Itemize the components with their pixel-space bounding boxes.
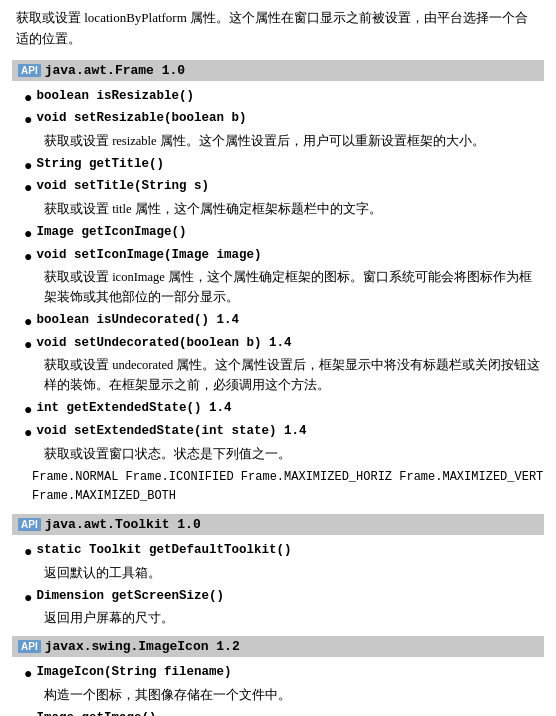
section-header-toolkit: APIjava.awt.Toolkit 1.0 [12, 514, 544, 535]
method-list-item: ●String getTitle() [20, 155, 544, 176]
method-signature: boolean isUndecorated() 1.4 [36, 311, 239, 330]
method-item: ●void setIconImage(Image image) [24, 246, 544, 267]
bullet-icon: ● [24, 110, 32, 130]
method-description: 获取或设置 undecorated 属性。这个属性设置后，框架显示中将没有标题栏… [44, 355, 544, 395]
bullet-icon: ● [24, 710, 32, 716]
method-item: ●void setExtendedState(int state) 1.4 [24, 422, 544, 443]
method-signature: static Toolkit getDefaultToolkit() [36, 541, 291, 560]
bullet-icon: ● [24, 664, 32, 684]
method-list-item: ●static Toolkit getDefaultToolkit()返回默认的… [20, 541, 544, 583]
section-header-frame: APIjava.awt.Frame 1.0 [12, 60, 544, 81]
method-signature: boolean isResizable() [36, 87, 194, 106]
method-list-item: ●void setUndecorated(boolean b) 1.4获取或设置… [20, 334, 544, 396]
method-signature: Image getIconImage() [36, 223, 186, 242]
method-item: ●boolean isUndecorated() 1.4 [24, 311, 544, 332]
method-list-item: ●Dimension getScreenSize()返回用户屏幕的尺寸。 [20, 587, 544, 629]
method-list-item: ●Image getIconImage() [20, 223, 544, 244]
method-signature: int getExtendedState() 1.4 [36, 399, 231, 418]
method-signature: void setUndecorated(boolean b) 1.4 [36, 334, 291, 353]
section-header-imageicon: APIjavax.swing.ImageIcon 1.2 [12, 636, 544, 657]
bullet-icon: ● [24, 542, 32, 562]
bullet-icon: ● [24, 156, 32, 176]
bullet-icon: ● [24, 88, 32, 108]
section-title: javax.swing.ImageIcon 1.2 [45, 639, 240, 654]
bullet-icon: ● [24, 335, 32, 355]
method-description: 返回用户屏幕的尺寸。 [44, 608, 544, 628]
method-list-item: ●void setIconImage(Image image)获取或设置 ico… [20, 246, 544, 308]
method-item: ●Image getIconImage() [24, 223, 544, 244]
bullet-icon: ● [24, 423, 32, 443]
bullet-icon: ● [24, 178, 32, 198]
method-list-item: ●void setTitle(String s)获取或设置 title 属性，这… [20, 177, 544, 219]
api-badge: API [18, 518, 41, 531]
method-item: ●int getExtendedState() 1.4 [24, 399, 544, 420]
method-description: 获取或设置窗口状态。状态是下列值之一。 [44, 444, 544, 464]
method-signature: String getTitle() [36, 155, 164, 174]
method-description: 返回默认的工具箱。 [44, 563, 544, 583]
method-list-item: ●ImageIcon(String filename)构造一个图标，其图像存储在… [20, 663, 544, 705]
method-list-item: ●int getExtendedState() 1.4 [20, 399, 544, 420]
method-item: ●Image getImage() [24, 709, 544, 716]
method-item: ●void setTitle(String s) [24, 177, 544, 198]
method-signature: Image getImage() [36, 709, 156, 716]
section-title: java.awt.Frame 1.0 [45, 63, 185, 78]
method-signature: void setIconImage(Image image) [36, 246, 261, 265]
method-signature: Dimension getScreenSize() [36, 587, 224, 606]
bullet-icon: ● [24, 588, 32, 608]
bullet-icon: ● [24, 400, 32, 420]
api-badge: API [18, 640, 41, 653]
method-description: 获取或设置 title 属性，这个属性确定框架标题栏中的文字。 [44, 199, 544, 219]
section-frame: APIjava.awt.Frame 1.0●boolean isResizabl… [12, 60, 544, 506]
section-imageicon: APIjavax.swing.ImageIcon 1.2●ImageIcon(S… [12, 636, 544, 716]
section-toolkit: APIjava.awt.Toolkit 1.0●static Toolkit g… [12, 514, 544, 628]
method-signature: void setResizable(boolean b) [36, 109, 246, 128]
api-badge: API [18, 64, 41, 77]
method-list-item: ●boolean isUndecorated() 1.4 [20, 311, 544, 332]
code-block: Frame.NORMAL Frame.ICONIFIED Frame.MAXIM… [32, 468, 544, 506]
bullet-icon: ● [24, 312, 32, 332]
method-item: ●void setResizable(boolean b) [24, 109, 544, 130]
method-signature: void setTitle(String s) [36, 177, 209, 196]
method-item: ●Dimension getScreenSize() [24, 587, 544, 608]
method-item: ●boolean isResizable() [24, 87, 544, 108]
method-description: 获取或设置 iconImage 属性，这个属性确定框架的图标。窗口系统可能会将图… [44, 267, 544, 307]
method-item: ●static Toolkit getDefaultToolkit() [24, 541, 544, 562]
method-item: ●void setUndecorated(boolean b) 1.4 [24, 334, 544, 355]
method-signature: ImageIcon(String filename) [36, 663, 231, 682]
method-list-item: ●Image getImage()获得该图标的图像。 [20, 709, 544, 716]
method-item: ●ImageIcon(String filename) [24, 663, 544, 684]
section-title: java.awt.Toolkit 1.0 [45, 517, 201, 532]
bullet-icon: ● [24, 224, 32, 244]
method-list-item: ●void setResizable(boolean b)获取或设置 resiz… [20, 109, 544, 151]
method-list-item: ●void setExtendedState(int state) 1.4获取或… [20, 422, 544, 464]
intro-text: 获取或设置 locationByPlatform 属性。这个属性在窗口显示之前被… [12, 8, 544, 50]
method-signature: void setExtendedState(int state) 1.4 [36, 422, 306, 441]
bullet-icon: ● [24, 247, 32, 267]
method-description: 获取或设置 resizable 属性。这个属性设置后，用户可以重新设置框架的大小… [44, 131, 544, 151]
method-list-item: ●boolean isResizable() [20, 87, 544, 108]
method-description: 构造一个图标，其图像存储在一个文件中。 [44, 685, 544, 705]
method-item: ●String getTitle() [24, 155, 544, 176]
